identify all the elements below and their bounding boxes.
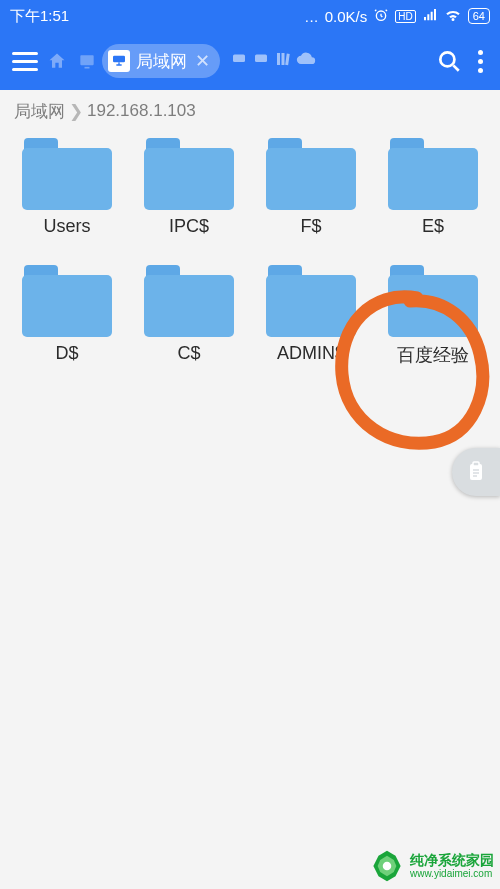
hd-icon: HD bbox=[395, 10, 415, 23]
folder-f[interactable]: F$ bbox=[250, 138, 372, 237]
active-tab-chip[interactable]: 局域网 ✕ bbox=[102, 44, 220, 78]
folder-label: ADMIN$ bbox=[277, 343, 345, 364]
svg-rect-3 bbox=[113, 56, 125, 63]
lan-icon bbox=[108, 50, 130, 72]
folder-icon bbox=[388, 138, 478, 210]
overflow-menu-button[interactable] bbox=[468, 46, 492, 76]
folder-ipc[interactable]: IPC$ bbox=[128, 138, 250, 237]
tab-label: 局域网 bbox=[136, 50, 187, 73]
folder-icon bbox=[22, 265, 112, 337]
folder-label: IPC$ bbox=[169, 216, 209, 237]
folder-baidu-jingyan[interactable]: 百度经验 bbox=[372, 265, 494, 367]
watermark: 纯净系统家园 www.yidaimei.com bbox=[370, 849, 494, 883]
status-time: 下午1:51 bbox=[10, 7, 69, 26]
battery-indicator: 64 bbox=[468, 8, 490, 24]
svg-line-10 bbox=[453, 65, 458, 70]
folder-icon bbox=[144, 138, 234, 210]
svg-rect-4 bbox=[233, 55, 245, 63]
folder-admin[interactable]: ADMIN$ bbox=[250, 265, 372, 367]
device-icon[interactable] bbox=[76, 50, 98, 72]
lan2-icon[interactable] bbox=[230, 50, 248, 72]
folder-label: D$ bbox=[55, 343, 78, 364]
watermark-title: 纯净系统家园 bbox=[410, 853, 494, 868]
search-button[interactable] bbox=[434, 46, 464, 76]
folder-icon bbox=[266, 265, 356, 337]
svg-rect-5 bbox=[255, 55, 267, 63]
svg-rect-12 bbox=[473, 462, 479, 466]
svg-rect-1 bbox=[80, 55, 93, 65]
folder-c[interactable]: C$ bbox=[128, 265, 250, 367]
svg-rect-6 bbox=[277, 53, 280, 65]
app-header: 局域网 ✕ bbox=[0, 32, 500, 90]
folder-e[interactable]: E$ bbox=[372, 138, 494, 237]
folder-icon bbox=[22, 138, 112, 210]
signal-icon bbox=[422, 7, 438, 26]
svg-point-9 bbox=[440, 52, 454, 66]
breadcrumb-root[interactable]: 局域网 bbox=[14, 100, 65, 123]
status-net-speed: 0.0K/s bbox=[325, 8, 368, 25]
status-net-dots: ... bbox=[305, 8, 319, 25]
folder-icon bbox=[388, 265, 478, 337]
menu-button[interactable] bbox=[8, 44, 42, 78]
folder-icon bbox=[144, 265, 234, 337]
clipboard-fab[interactable] bbox=[452, 448, 500, 496]
lib-icon[interactable] bbox=[274, 50, 292, 72]
breadcrumb-path[interactable]: 192.168.1.103 bbox=[87, 101, 196, 121]
folder-label: E$ bbox=[422, 216, 444, 237]
folder-users[interactable]: Users bbox=[6, 138, 128, 237]
svg-rect-2 bbox=[85, 67, 90, 69]
watermark-logo-icon bbox=[370, 849, 404, 883]
folder-label: 百度经验 bbox=[397, 343, 469, 367]
lan3-icon[interactable] bbox=[252, 50, 270, 72]
svg-point-16 bbox=[383, 862, 392, 871]
cloud-icon[interactable] bbox=[296, 49, 316, 73]
close-tab-icon[interactable]: ✕ bbox=[193, 50, 210, 72]
folder-d[interactable]: D$ bbox=[6, 265, 128, 367]
folder-grid: Users IPC$ F$ E$ D$ C$ ADMIN$ 百度经验 bbox=[0, 132, 500, 373]
home-icon[interactable] bbox=[46, 50, 68, 72]
folder-label: F$ bbox=[300, 216, 321, 237]
breadcrumb: 局域网 ❯ 192.168.1.103 bbox=[0, 90, 500, 132]
svg-rect-7 bbox=[282, 53, 285, 65]
folder-label: Users bbox=[43, 216, 90, 237]
folder-label: C$ bbox=[177, 343, 200, 364]
chevron-right-icon: ❯ bbox=[69, 101, 83, 122]
wifi-icon bbox=[444, 6, 462, 27]
svg-rect-8 bbox=[285, 54, 290, 66]
folder-icon bbox=[266, 138, 356, 210]
watermark-url: www.yidaimei.com bbox=[410, 868, 494, 879]
alarm-icon bbox=[373, 7, 389, 26]
status-bar: 下午1:51 ... 0.0K/s HD 64 bbox=[0, 0, 500, 32]
